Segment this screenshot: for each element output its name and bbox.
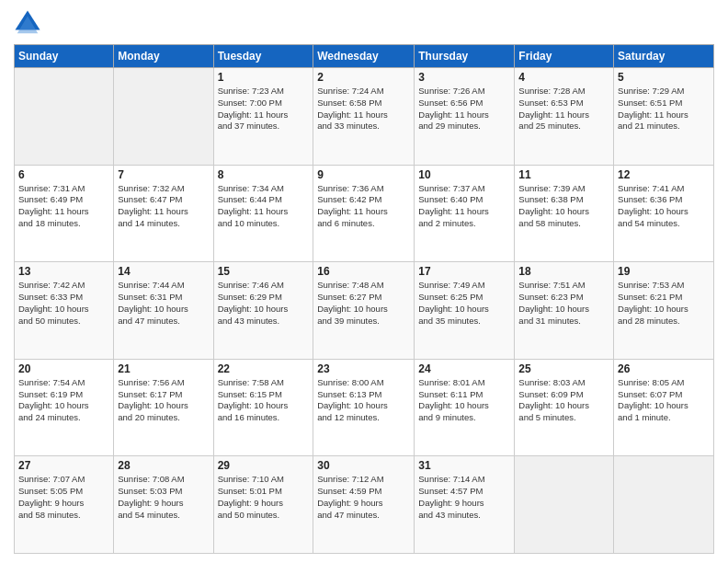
calendar-cell: 17Sunrise: 7:49 AM Sunset: 6:25 PM Dayli… bbox=[415, 262, 515, 360]
calendar-cell: 19Sunrise: 7:53 AM Sunset: 6:21 PM Dayli… bbox=[614, 262, 714, 360]
day-number: 31 bbox=[418, 459, 510, 472]
calendar-cell: 29Sunrise: 7:10 AM Sunset: 5:01 PM Dayli… bbox=[213, 456, 313, 554]
calendar-cell: 1Sunrise: 7:23 AM Sunset: 7:00 PM Daylig… bbox=[213, 68, 313, 166]
day-info: Sunrise: 8:01 AM Sunset: 6:11 PM Dayligh… bbox=[418, 377, 510, 424]
calendar-cell: 26Sunrise: 8:05 AM Sunset: 6:07 PM Dayli… bbox=[614, 359, 714, 456]
calendar-cell: 10Sunrise: 7:37 AM Sunset: 6:40 PM Dayli… bbox=[415, 165, 515, 262]
calendar-cell: 12Sunrise: 7:41 AM Sunset: 6:36 PM Dayli… bbox=[614, 165, 714, 262]
week-row-2: 13Sunrise: 7:42 AM Sunset: 6:33 PM Dayli… bbox=[15, 262, 714, 360]
calendar-cell: 31Sunrise: 7:14 AM Sunset: 4:57 PM Dayli… bbox=[415, 456, 515, 554]
day-number: 28 bbox=[118, 459, 209, 472]
day-number: 20 bbox=[18, 362, 109, 375]
calendar-cell: 21Sunrise: 7:56 AM Sunset: 6:17 PM Dayli… bbox=[114, 359, 213, 456]
logo-icon bbox=[14, 9, 41, 37]
day-info: Sunrise: 7:39 AM Sunset: 6:38 PM Dayligh… bbox=[518, 183, 609, 230]
day-info: Sunrise: 7:36 AM Sunset: 6:42 PM Dayligh… bbox=[317, 183, 410, 230]
logo-area bbox=[14, 9, 44, 37]
calendar-cell: 4Sunrise: 7:28 AM Sunset: 6:53 PM Daylig… bbox=[515, 68, 614, 166]
calendar-cell bbox=[15, 68, 114, 166]
calendar-cell: 13Sunrise: 7:42 AM Sunset: 6:33 PM Dayli… bbox=[15, 262, 114, 360]
day-info: Sunrise: 7:34 AM Sunset: 6:44 PM Dayligh… bbox=[218, 183, 310, 230]
day-number: 7 bbox=[118, 168, 209, 181]
day-number: 15 bbox=[218, 265, 310, 278]
calendar-cell: 23Sunrise: 8:00 AM Sunset: 6:13 PM Dayli… bbox=[313, 359, 415, 456]
calendar-cell: 24Sunrise: 8:01 AM Sunset: 6:11 PM Dayli… bbox=[415, 359, 515, 456]
day-number: 27 bbox=[18, 459, 109, 472]
day-number: 12 bbox=[618, 168, 710, 181]
day-info: Sunrise: 7:26 AM Sunset: 6:56 PM Dayligh… bbox=[418, 86, 510, 132]
day-number: 1 bbox=[218, 71, 310, 84]
day-info: Sunrise: 7:51 AM Sunset: 6:23 PM Dayligh… bbox=[518, 280, 609, 327]
day-number: 6 bbox=[18, 168, 109, 181]
day-info: Sunrise: 7:44 AM Sunset: 6:31 PM Dayligh… bbox=[118, 280, 209, 327]
day-info: Sunrise: 7:31 AM Sunset: 6:49 PM Dayligh… bbox=[18, 183, 109, 230]
day-number: 17 bbox=[418, 265, 510, 278]
calendar-cell: 7Sunrise: 7:32 AM Sunset: 6:47 PM Daylig… bbox=[114, 165, 213, 262]
day-info: Sunrise: 7:12 AM Sunset: 4:59 PM Dayligh… bbox=[317, 474, 410, 521]
weekday-header-tuesday: Tuesday bbox=[213, 45, 313, 68]
day-info: Sunrise: 7:28 AM Sunset: 6:53 PM Dayligh… bbox=[518, 86, 609, 132]
calendar-cell bbox=[614, 456, 714, 554]
day-number: 13 bbox=[18, 265, 109, 278]
day-number: 24 bbox=[418, 362, 510, 375]
calendar-cell: 28Sunrise: 7:08 AM Sunset: 5:03 PM Dayli… bbox=[114, 456, 213, 554]
day-info: Sunrise: 7:08 AM Sunset: 5:03 PM Dayligh… bbox=[118, 474, 209, 521]
weekday-header-sunday: Sunday bbox=[15, 45, 114, 68]
day-info: Sunrise: 7:24 AM Sunset: 6:58 PM Dayligh… bbox=[317, 86, 410, 132]
calendar-cell bbox=[114, 68, 213, 166]
calendar-cell: 9Sunrise: 7:36 AM Sunset: 6:42 PM Daylig… bbox=[313, 165, 415, 262]
calendar-cell: 20Sunrise: 7:54 AM Sunset: 6:19 PM Dayli… bbox=[15, 359, 114, 456]
calendar-cell: 22Sunrise: 7:58 AM Sunset: 6:15 PM Dayli… bbox=[213, 359, 313, 456]
calendar-cell: 5Sunrise: 7:29 AM Sunset: 6:51 PM Daylig… bbox=[614, 68, 714, 166]
day-number: 9 bbox=[317, 168, 410, 181]
calendar-cell: 3Sunrise: 7:26 AM Sunset: 6:56 PM Daylig… bbox=[415, 68, 515, 166]
weekday-header-monday: Monday bbox=[114, 45, 213, 68]
calendar-cell: 2Sunrise: 7:24 AM Sunset: 6:58 PM Daylig… bbox=[313, 68, 415, 166]
day-info: Sunrise: 7:07 AM Sunset: 5:05 PM Dayligh… bbox=[18, 474, 109, 521]
day-number: 25 bbox=[518, 362, 609, 375]
calendar-cell: 27Sunrise: 7:07 AM Sunset: 5:05 PM Dayli… bbox=[15, 456, 114, 554]
day-number: 2 bbox=[317, 71, 410, 84]
day-info: Sunrise: 7:53 AM Sunset: 6:21 PM Dayligh… bbox=[618, 280, 710, 327]
day-number: 30 bbox=[317, 459, 410, 472]
day-info: Sunrise: 7:46 AM Sunset: 6:29 PM Dayligh… bbox=[218, 280, 310, 327]
calendar-cell: 8Sunrise: 7:34 AM Sunset: 6:44 PM Daylig… bbox=[213, 165, 313, 262]
day-info: Sunrise: 7:42 AM Sunset: 6:33 PM Dayligh… bbox=[18, 280, 109, 327]
week-row-4: 27Sunrise: 7:07 AM Sunset: 5:05 PM Dayli… bbox=[15, 456, 714, 554]
calendar-cell: 6Sunrise: 7:31 AM Sunset: 6:49 PM Daylig… bbox=[15, 165, 114, 262]
calendar-cell: 25Sunrise: 8:03 AM Sunset: 6:09 PM Dayli… bbox=[515, 359, 614, 456]
day-info: Sunrise: 7:10 AM Sunset: 5:01 PM Dayligh… bbox=[218, 474, 310, 521]
day-info: Sunrise: 8:03 AM Sunset: 6:09 PM Dayligh… bbox=[518, 377, 609, 424]
day-number: 16 bbox=[317, 265, 410, 278]
day-info: Sunrise: 8:05 AM Sunset: 6:07 PM Dayligh… bbox=[618, 377, 710, 424]
day-number: 22 bbox=[218, 362, 310, 375]
day-number: 8 bbox=[218, 168, 310, 181]
day-number: 11 bbox=[518, 168, 609, 181]
day-info: Sunrise: 7:41 AM Sunset: 6:36 PM Dayligh… bbox=[618, 183, 710, 230]
day-number: 5 bbox=[618, 71, 710, 84]
day-number: 21 bbox=[118, 362, 209, 375]
day-number: 26 bbox=[618, 362, 710, 375]
calendar-cell: 15Sunrise: 7:46 AM Sunset: 6:29 PM Dayli… bbox=[213, 262, 313, 360]
day-info: Sunrise: 7:54 AM Sunset: 6:19 PM Dayligh… bbox=[18, 377, 109, 424]
page: SundayMondayTuesdayWednesdayThursdayFrid… bbox=[0, 0, 728, 563]
weekday-header-wednesday: Wednesday bbox=[313, 45, 415, 68]
day-info: Sunrise: 7:56 AM Sunset: 6:17 PM Dayligh… bbox=[118, 377, 209, 424]
week-row-1: 6Sunrise: 7:31 AM Sunset: 6:49 PM Daylig… bbox=[15, 165, 714, 262]
week-row-3: 20Sunrise: 7:54 AM Sunset: 6:19 PM Dayli… bbox=[15, 359, 714, 456]
day-number: 10 bbox=[418, 168, 510, 181]
calendar-cell: 11Sunrise: 7:39 AM Sunset: 6:38 PM Dayli… bbox=[515, 165, 614, 262]
day-info: Sunrise: 7:48 AM Sunset: 6:27 PM Dayligh… bbox=[317, 280, 410, 327]
day-info: Sunrise: 7:37 AM Sunset: 6:40 PM Dayligh… bbox=[418, 183, 510, 230]
day-number: 19 bbox=[618, 265, 710, 278]
weekday-header-thursday: Thursday bbox=[415, 45, 515, 68]
day-info: Sunrise: 7:14 AM Sunset: 4:57 PM Dayligh… bbox=[418, 474, 510, 521]
day-info: Sunrise: 8:00 AM Sunset: 6:13 PM Dayligh… bbox=[317, 377, 410, 424]
day-info: Sunrise: 7:32 AM Sunset: 6:47 PM Dayligh… bbox=[118, 183, 209, 230]
header bbox=[14, 9, 714, 37]
day-info: Sunrise: 7:49 AM Sunset: 6:25 PM Dayligh… bbox=[418, 280, 510, 327]
day-info: Sunrise: 7:58 AM Sunset: 6:15 PM Dayligh… bbox=[218, 377, 310, 424]
calendar-cell: 14Sunrise: 7:44 AM Sunset: 6:31 PM Dayli… bbox=[114, 262, 213, 360]
calendar-cell: 16Sunrise: 7:48 AM Sunset: 6:27 PM Dayli… bbox=[313, 262, 415, 360]
day-number: 29 bbox=[218, 459, 310, 472]
